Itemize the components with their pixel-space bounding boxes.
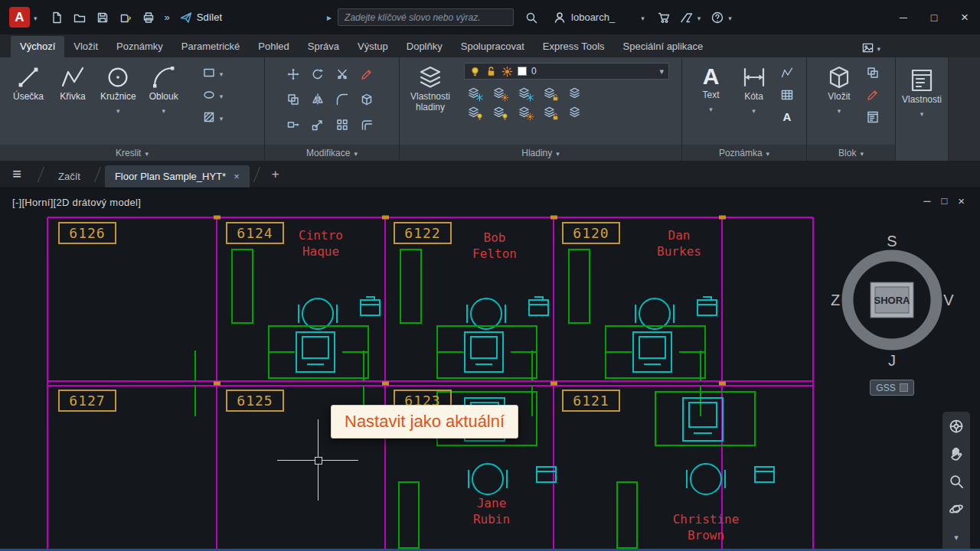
autodesk-access-button[interactable] <box>675 8 707 28</box>
layer-freeze-button[interactable] <box>514 85 533 100</box>
quick-access-expand-button[interactable]: » <box>160 11 175 23</box>
tab-start[interactable]: Začít <box>48 165 90 187</box>
tool-erase[interactable] <box>358 65 377 83</box>
search-button[interactable] <box>520 8 543 28</box>
tool-trim[interactable] <box>333 65 352 83</box>
tool-copy[interactable] <box>284 90 303 108</box>
panel-label-hladiny[interactable]: Hladiny <box>400 145 681 161</box>
chevron-right-icon[interactable]: ▸ <box>327 12 332 23</box>
tab-vystup[interactable]: Výstup <box>348 36 397 57</box>
panel-label-blok[interactable]: Blok <box>807 145 895 161</box>
tab-spolupracovat[interactable]: Spolupracovat <box>452 36 534 57</box>
tab-doplnky[interactable]: Doplňky <box>397 36 452 57</box>
viewcube-top-face[interactable]: SHORA <box>874 295 911 306</box>
panel-label-modifikace[interactable]: Modifikace <box>265 145 399 161</box>
ribbon-display-button[interactable] <box>862 42 880 57</box>
tool-block-attributes[interactable] <box>863 108 882 126</box>
tab-poznamky[interactable]: Poznámky <box>107 36 172 57</box>
orbit-button[interactable] <box>946 499 966 519</box>
app-store-button[interactable] <box>652 8 675 28</box>
plot-button[interactable] <box>137 8 160 28</box>
tool-fillet[interactable] <box>333 90 352 108</box>
tab-express-tools[interactable]: Express Tools <box>534 36 614 57</box>
help-button[interactable] <box>706 8 737 28</box>
layer-match-button[interactable] <box>565 85 583 100</box>
tool-leader[interactable] <box>778 64 797 81</box>
share-plane-icon <box>180 11 192 24</box>
layer-combo[interactable]: 0 <box>464 63 669 80</box>
share-button[interactable]: Sdílet <box>175 8 227 28</box>
viewport-close-button[interactable]: × <box>958 194 965 207</box>
viewport-controls-label[interactable]: [-][Horní][2D drátový model] <box>12 197 141 208</box>
tab-specialni-aplikace[interactable]: Speciální aplikace <box>614 36 713 57</box>
steering-wheel-button[interactable] <box>946 416 966 436</box>
layer-unisolate-button[interactable] <box>489 85 508 100</box>
file-tabs-menu-button[interactable]: ≡ <box>0 161 34 187</box>
tool-block-edit[interactable] <box>863 86 882 103</box>
drawing-canvas[interactable]: 6126 6124 6122 6120 6127 6125 6123 6121 … <box>0 187 980 551</box>
tab-sprava[interactable]: Správa <box>299 36 348 57</box>
tool-offset[interactable] <box>358 116 377 133</box>
tool-explode[interactable] <box>358 90 377 108</box>
viewport-restore-button[interactable]: □ <box>941 194 947 207</box>
pan-button[interactable] <box>946 444 966 464</box>
minimize-button[interactable]: ─ <box>888 0 919 34</box>
tool-table[interactable] <box>778 86 797 103</box>
maximize-button[interactable]: □ <box>919 0 949 34</box>
new-file-button[interactable] <box>45 8 68 28</box>
tool-ellipse[interactable] <box>200 86 219 103</box>
tool-mirror[interactable] <box>309 90 328 108</box>
close-button[interactable]: × <box>949 0 980 34</box>
tool-rectangle[interactable] <box>200 64 219 81</box>
tab-parametricke[interactable]: Parametrické <box>172 36 250 57</box>
compass-north[interactable]: S <box>887 233 897 249</box>
new-drawing-tab-button[interactable]: + <box>266 165 286 184</box>
layer-walk-button[interactable] <box>565 104 583 119</box>
account-button[interactable]: loboarch_ <box>554 11 615 24</box>
layer-thaw-button[interactable] <box>514 104 533 119</box>
ucs-gss-button[interactable]: GSS <box>870 380 914 396</box>
tool-rotate[interactable] <box>309 65 328 83</box>
tool-usecka[interactable]: Úsečka <box>9 62 47 145</box>
layer-lock-button[interactable] <box>540 85 558 100</box>
compass-east[interactable]: V <box>943 292 954 308</box>
tool-kruznice[interactable]: Kružnice <box>98 62 139 145</box>
layer-off-button[interactable] <box>464 104 482 119</box>
tab-vychozi[interactable]: Výchozí <box>11 36 64 57</box>
properties-palette-button[interactable]: Vlastnosti <box>900 65 943 161</box>
open-file-button[interactable] <box>68 8 91 28</box>
tool-oblouk[interactable]: Oblouk <box>145 62 183 145</box>
compass-west[interactable]: Z <box>831 292 840 308</box>
tool-stretch[interactable] <box>284 116 303 133</box>
compass-south[interactable]: J <box>888 352 896 369</box>
save-as-button[interactable] <box>114 8 137 28</box>
layer-on-all-button[interactable] <box>489 104 508 119</box>
search-input[interactable] <box>338 8 514 26</box>
tool-kota[interactable]: Kóta <box>735 62 773 145</box>
zoom-button[interactable] <box>946 471 966 491</box>
viewport-minimize-button[interactable]: ─ <box>923 194 930 207</box>
tab-pohled[interactable]: Pohled <box>249 36 298 57</box>
tool-move[interactable] <box>284 65 303 83</box>
tab-vlozit[interactable]: Vložit <box>64 36 107 57</box>
layer-unlock-button[interactable] <box>540 104 558 119</box>
tool-krivka[interactable]: Křivka <box>54 62 92 145</box>
tool-block-create[interactable] <box>863 64 882 81</box>
tab-close-icon[interactable]: × <box>234 171 240 182</box>
tool-scale[interactable] <box>309 116 328 133</box>
tool-text[interactable]: A Text <box>692 62 730 145</box>
tool-text-style[interactable]: A <box>778 108 797 126</box>
navbar-more-button[interactable] <box>946 527 966 546</box>
panel-label-kreslit[interactable]: Kreslit <box>0 145 264 161</box>
save-button[interactable] <box>91 8 114 28</box>
panel-label-poznamka[interactable]: Poznámka <box>682 145 806 161</box>
viewcube-compass[interactable]: SHORA S V J Z <box>825 228 959 370</box>
tool-array[interactable] <box>333 116 352 133</box>
account-chevron-icon[interactable] <box>641 11 645 23</box>
layer-isolate-button[interactable] <box>464 85 482 100</box>
tool-vlozit-blok[interactable]: Vložit <box>820 62 858 145</box>
app-menu-button[interactable]: A <box>9 7 38 28</box>
layer-properties-button[interactable]: Vlastnosti hladiny <box>404 62 456 145</box>
tool-hatch[interactable] <box>200 108 219 126</box>
tab-floor-plan-sample[interactable]: Floor Plan Sample_HYT* × <box>105 165 250 187</box>
